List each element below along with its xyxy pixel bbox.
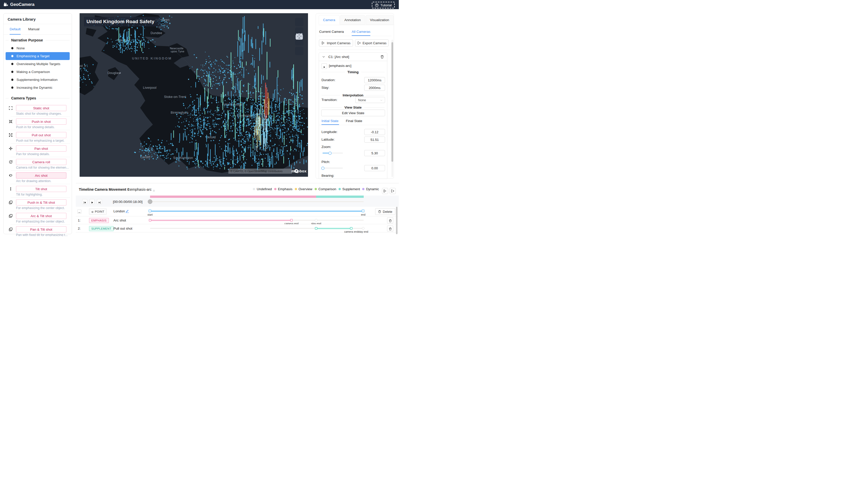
camera-type-button[interactable]: Push in shot [16, 119, 66, 125]
pull-out-icon [8, 133, 13, 137]
tab-current-camera[interactable]: Current Camera [319, 28, 344, 36]
copy-icon [8, 214, 13, 218]
top-bar: GeoCamera Tutorial [0, 0, 399, 9]
movement-tag: [emphasis-arc] [329, 64, 351, 68]
movement-name: emphasis-arc [130, 187, 151, 192]
scrubber-track[interactable] [150, 201, 364, 202]
point-end-handle[interactable] [362, 210, 364, 212]
camera-type-pan-shot: Pan shotPan for showing details. [5, 144, 70, 158]
skip-start-icon [84, 200, 86, 203]
skip-end-button[interactable] [97, 199, 102, 204]
tutorial-button[interactable]: Tutorial [372, 2, 395, 8]
camera-type-button[interactable]: Static shot [16, 105, 66, 111]
narrative-item-supplementing-information[interactable]: Supplementing Information [5, 76, 70, 84]
narrative-item-emphasizing-a-target[interactable]: Emphasizing a Target [5, 52, 70, 60]
tab-manual[interactable]: Manual [28, 24, 39, 34]
camera-type-button[interactable]: Tilt shot [16, 186, 66, 192]
camera-library-title: Camera Library [3, 14, 72, 24]
transition-select[interactable]: None [355, 97, 385, 103]
skip-start-button[interactable] [82, 199, 87, 204]
camera-item-title: C1: [Arc shot] [328, 55, 349, 59]
longitude-label: Longitude: [322, 130, 338, 134]
edit-point-button[interactable] [126, 209, 129, 213]
import-cameras-button[interactable]: Import Cameras [319, 39, 353, 47]
bearing-label: Bearing: [322, 174, 334, 178]
delete-movement-1-button[interactable] [387, 217, 393, 223]
timeline-row-1: 1: EMPHASIS Arc shot camera end stay end [76, 216, 399, 224]
longitude-input[interactable]: -0.12 [364, 129, 385, 135]
camera-type-button[interactable]: Pull out shot [16, 132, 66, 138]
tab-visualization[interactable]: Visualization [366, 15, 394, 25]
movement-2-camera-end-handle[interactable] [350, 227, 352, 230]
timeline-import-button[interactable] [382, 188, 388, 194]
timeline-export-button[interactable] [390, 188, 396, 194]
inspector-panel: Camera Annotation Visualization Current … [315, 13, 394, 179]
movement-1-start-handle[interactable] [149, 219, 151, 221]
collapse-group-button[interactable] [77, 210, 82, 214]
point-start-handle[interactable] [148, 210, 151, 212]
map-title: United Kingdom Road Safety [84, 19, 155, 24]
duration-input[interactable]: 12000ms [364, 77, 385, 83]
narrative-item-label: Increasing the Dynamic [17, 86, 52, 90]
supplement-badge: SUPPLEMENT [89, 226, 114, 231]
camera-type-button[interactable]: Pan & Tilt shot [16, 226, 66, 232]
panel-scrollbar-thumb[interactable] [392, 42, 393, 162]
camera-type-button[interactable]: Camera roll [16, 159, 66, 165]
interpolation-heading: Interpolation [322, 93, 384, 97]
map-label: upon Tyne [171, 50, 184, 53]
camera-type-button[interactable]: Pan shot [16, 145, 66, 151]
hexagon-bullet-icon [11, 87, 14, 89]
scrubber-handle[interactable] [148, 199, 152, 204]
delete-point-button[interactable]: Delete [375, 208, 395, 215]
delete-movement-2-button[interactable] [387, 226, 393, 232]
zoom-slider-handle[interactable] [328, 151, 332, 155]
movement-1-camera-end-handle[interactable] [290, 219, 293, 221]
map-view[interactable]: © CARTO, © OpenStreetMap contributorsInv… [79, 13, 308, 177]
camera-type-button[interactable]: Arc & Tilt shot [16, 213, 66, 219]
tab-annotation[interactable]: Annotation [340, 15, 365, 25]
tab-default[interactable]: Default [10, 24, 21, 34]
movement-2-name: Pull out shot [113, 227, 132, 230]
tab-all-cameras[interactable]: All Cameras [352, 28, 370, 36]
trash-icon[interactable] [380, 55, 384, 59]
map-canvas: © CARTO, © OpenStreetMap contributorsInv… [79, 13, 308, 177]
narrative-item-increasing-the-dynamic[interactable]: Increasing the Dynamic [5, 84, 70, 92]
latitude-input[interactable]: 51.51 [364, 137, 385, 143]
movement-2-stay-end-marker[interactable] [362, 227, 364, 230]
map-label: Liverpool [143, 86, 157, 90]
legend-supplement: Supplement [339, 187, 360, 191]
pitch-slider-handle[interactable] [321, 166, 325, 170]
edit-view-state-button[interactable]: Edit View State [321, 110, 385, 116]
camera-type-description: Camera roll for showing the elemen... [16, 166, 70, 169]
movement-1-stay-end-marker[interactable] [315, 219, 318, 221]
tab-initial-state[interactable]: Initial State [322, 119, 339, 123]
tab-final-state[interactable]: Final State [346, 119, 362, 123]
narrative-item-overviewing-multiple-targets[interactable]: Overviewing Multiple Targets [5, 60, 70, 68]
play-button[interactable] [90, 199, 95, 204]
divider [318, 50, 392, 50]
hexagon-bullet-icon [11, 55, 14, 57]
camera-type-button[interactable]: Arc shot [16, 173, 66, 179]
legend-overview: Overview [295, 187, 312, 191]
pitch-input[interactable]: 0.00 [364, 165, 385, 171]
export-icon [357, 41, 361, 45]
timeline-scrollbar-thumb[interactable] [396, 207, 398, 234]
point-badge[interactable]: POINT [89, 209, 107, 215]
timeline-controls-row: [00:00.00/00:18.00] [76, 196, 399, 207]
play-movement-button[interactable] [322, 63, 327, 69]
narrative-item-none[interactable]: None [5, 44, 70, 52]
stay-input[interactable]: 2000ms [364, 85, 385, 91]
narrative-item-label: Supplementing Information [17, 78, 57, 82]
pitch-slider[interactable] [323, 167, 343, 168]
movement-2-start-handle[interactable] [315, 227, 318, 230]
camera-type-button[interactable]: Push in & Tilt shot [16, 199, 66, 205]
camera-item-header[interactable]: C1: [Arc shot] [319, 53, 387, 61]
pan-icon [8, 146, 13, 150]
export-cameras-button[interactable]: Export Cameras [355, 39, 388, 47]
narrative-item-making-a-comparison[interactable]: Making a Comparison [5, 68, 70, 76]
close-button[interactable] [295, 47, 304, 55]
camera-type-description: Pan for showing details. [16, 152, 70, 156]
camera-type-description: Arc for drawing attention. [16, 179, 70, 183]
tab-camera[interactable]: Camera [319, 15, 340, 25]
zoom-input[interactable]: 5.30 [364, 150, 385, 156]
